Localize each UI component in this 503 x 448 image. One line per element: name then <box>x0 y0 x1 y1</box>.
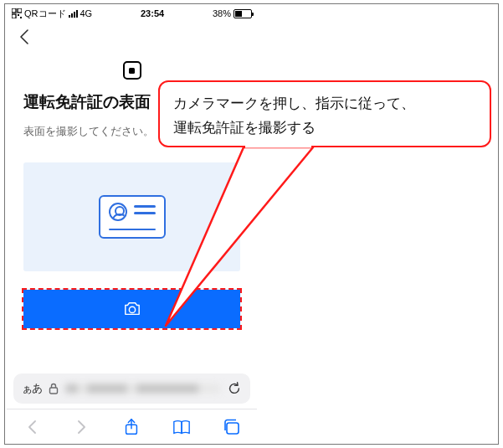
screenshot-canvas: QRコード 4G 23:54 38% 運転免許証の表面 表面を撮影してください。 <box>4 3 499 445</box>
address-text <box>65 384 220 393</box>
browser-address-bar[interactable]: ぁあ <box>13 373 250 404</box>
bookmarks-button[interactable] <box>165 419 198 435</box>
share-icon <box>123 418 140 436</box>
svg-point-5 <box>129 306 135 312</box>
back-button[interactable] <box>18 28 30 50</box>
capture-button-area <box>23 290 240 328</box>
capture-button[interactable] <box>23 290 240 328</box>
forward-nav-button[interactable] <box>65 419 99 435</box>
tabs-button[interactable] <box>215 419 249 435</box>
browser-toolbar <box>7 409 257 444</box>
status-time: 23:54 <box>95 8 209 18</box>
square-logo-icon <box>123 61 141 80</box>
svg-rect-6 <box>50 388 58 394</box>
svg-rect-2 <box>12 14 16 18</box>
tabs-icon <box>223 419 241 435</box>
share-button[interactable] <box>115 418 148 436</box>
svg-rect-4 <box>20 17 22 18</box>
annotation-line-1: カメラマークを押し、指示に従って、 <box>173 92 476 116</box>
svg-rect-1 <box>18 8 22 13</box>
status-left: QRコード 4G <box>12 8 92 20</box>
nav-bar <box>7 23 257 56</box>
svg-rect-3 <box>18 14 19 16</box>
chevron-left-icon <box>18 28 30 45</box>
reload-icon[interactable] <box>227 381 242 396</box>
svg-rect-0 <box>12 8 16 13</box>
chevron-right-icon <box>75 419 89 435</box>
signal-bars-icon <box>69 10 78 18</box>
carrier-label: QRコード <box>24 8 66 20</box>
id-illustration-panel <box>23 162 240 271</box>
battery-pct: 38% <box>213 8 231 18</box>
status-right: 38% <box>213 8 252 18</box>
annotation-callout: カメラマークを押し、指示に従って、 運転免許証を撮影する <box>158 80 491 147</box>
back-nav-button[interactable] <box>15 419 49 435</box>
svg-rect-9 <box>227 423 239 434</box>
book-icon <box>172 419 191 435</box>
status-bar: QRコード 4G 23:54 38% <box>7 4 257 23</box>
network-label: 4G <box>80 8 93 18</box>
chevron-left-icon <box>25 419 38 435</box>
annotation-line-2: 運転免許証を撮影する <box>173 116 476 141</box>
lock-icon <box>49 383 59 394</box>
text-size-button[interactable]: ぁあ <box>22 381 42 396</box>
id-card-icon <box>99 195 166 239</box>
phone-frame: QRコード 4G 23:54 38% 運転免許証の表面 表面を撮影してください。 <box>7 4 257 444</box>
camera-icon <box>123 301 141 317</box>
battery-icon <box>234 9 252 18</box>
qr-code-icon <box>12 8 22 18</box>
